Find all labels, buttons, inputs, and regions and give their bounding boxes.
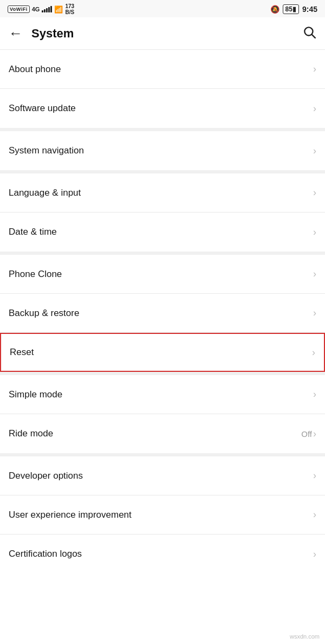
data-speed: 173B/S (65, 3, 74, 15)
about-phone-right: › (313, 63, 316, 75)
vowifi-indicator: VoWiFi (8, 5, 30, 13)
chevron-icon: › (313, 145, 316, 157)
chevron-icon: › (313, 307, 316, 319)
menu-item-phone-clone[interactable]: Phone Clone › (0, 255, 325, 294)
chevron-icon: › (313, 470, 316, 481)
menu-item-developer-options[interactable]: Developer options › (0, 456, 325, 495)
chevron-icon: › (313, 227, 316, 238)
wifi-icon: 📶 (54, 5, 63, 14)
chevron-icon: › (313, 268, 316, 280)
menu-section-5: Simple mode › Ride mode Off › (0, 375, 325, 456)
backup-restore-right: › (313, 307, 316, 319)
status-left: VoWiFi 4G 📶 173B/S (8, 3, 74, 15)
menu-section-1: About phone › Software update › (0, 50, 325, 131)
simple-mode-right: › (313, 389, 316, 400)
menu-item-system-navigation[interactable]: System navigation › (0, 131, 325, 170)
watermark: wsxdn.com (290, 633, 320, 640)
signal-strength-bars (42, 6, 52, 12)
developer-options-label: Developer options (9, 471, 83, 481)
menu-section-4: Phone Clone › Backup & restore › Reset › (0, 255, 325, 375)
notification-mute-icon: 🔕 (270, 5, 280, 14)
certification-logos-right: › (313, 549, 316, 560)
reset-label: Reset (10, 347, 34, 358)
user-experience-right: › (313, 509, 316, 520)
certification-logos-label: Certification logos (9, 549, 82, 559)
chevron-icon: › (312, 347, 315, 358)
settings-menu: About phone › Software update › System n… (0, 50, 325, 574)
chevron-icon: › (313, 187, 316, 198)
menu-item-user-experience[interactable]: User experience improvement › (0, 495, 325, 534)
chevron-icon: › (313, 509, 316, 520)
back-button[interactable]: ← (9, 25, 23, 42)
backup-restore-label: Backup & restore (9, 308, 79, 319)
menu-item-date-time[interactable]: Date & time › (0, 212, 325, 252)
developer-options-right: › (313, 470, 316, 481)
phone-clone-label: Phone Clone (9, 269, 62, 280)
menu-item-simple-mode[interactable]: Simple mode › (0, 375, 325, 414)
system-navigation-right: › (313, 145, 316, 157)
date-time-right: › (313, 227, 316, 238)
menu-section-6: Developer options › User experience impr… (0, 456, 325, 574)
ride-mode-right: Off › (301, 428, 316, 440)
chevron-icon: › (313, 103, 316, 114)
time-display: 9:45 (302, 5, 317, 14)
reset-right: › (312, 347, 315, 358)
menu-item-software-update[interactable]: Software update › (0, 89, 325, 128)
chevron-icon: › (313, 428, 316, 440)
menu-section-3: Language & input › Date & time › (0, 173, 325, 255)
language-input-right: › (313, 187, 316, 198)
menu-item-ride-mode[interactable]: Ride mode Off › (0, 414, 325, 453)
system-navigation-label: System navigation (9, 145, 84, 156)
phone-clone-right: › (313, 268, 316, 280)
signal-4g: 4G (32, 6, 40, 12)
status-bar: VoWiFi 4G 📶 173B/S 🔕 85▮ 9:45 (0, 0, 325, 17)
menu-item-backup-restore[interactable]: Backup & restore › (0, 294, 325, 333)
page-header: ← System (0, 17, 325, 50)
software-update-label: Software update (9, 103, 76, 114)
about-phone-label: About phone (9, 64, 61, 75)
menu-item-language-input[interactable]: Language & input › (0, 173, 325, 212)
chevron-icon: › (313, 549, 316, 560)
ride-mode-value: Off (301, 429, 312, 439)
battery-indicator: 85▮ (283, 4, 299, 14)
search-icon (302, 25, 316, 39)
menu-item-certification-logos[interactable]: Certification logos › (0, 534, 325, 574)
date-time-label: Date & time (9, 227, 57, 237)
menu-item-about-phone[interactable]: About phone › (0, 50, 325, 89)
menu-item-reset[interactable]: Reset › (0, 333, 325, 372)
user-experience-label: User experience improvement (9, 510, 132, 520)
page-title: System (31, 27, 74, 41)
software-update-right: › (313, 103, 316, 114)
status-right: 🔕 85▮ 9:45 (270, 4, 317, 14)
chevron-icon: › (313, 63, 316, 75)
menu-section-2: System navigation › (0, 131, 325, 173)
simple-mode-label: Simple mode (9, 389, 62, 400)
language-input-label: Language & input (9, 188, 81, 198)
search-button[interactable] (302, 25, 316, 42)
svg-line-1 (312, 34, 315, 37)
header-left: ← System (9, 25, 74, 42)
ride-mode-label: Ride mode (9, 428, 53, 439)
chevron-icon: › (313, 389, 316, 400)
